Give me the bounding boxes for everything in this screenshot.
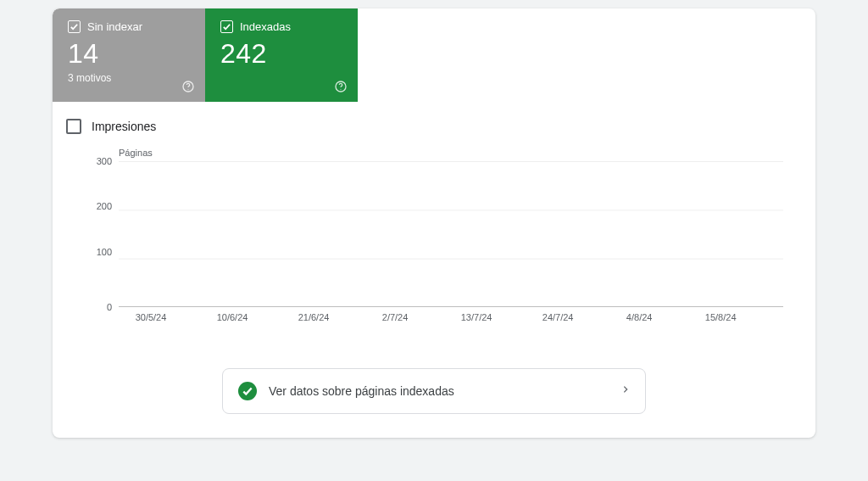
help-icon[interactable] — [181, 80, 195, 93]
help-icon[interactable] — [334, 80, 348, 93]
x-tick: 15/8/24 — [705, 312, 737, 322]
tab-value: 242 — [220, 38, 342, 70]
svg-point-3 — [340, 89, 341, 90]
pages-chart: Páginas 300 200 100 0 30/5/2410/6/2421/6… — [53, 139, 815, 343]
action-label: Ver datos sobre páginas indexadas — [269, 384, 609, 398]
check-circle-icon — [238, 382, 257, 400]
checkbox-checked-icon — [68, 20, 81, 33]
y-tick: 300 — [71, 156, 112, 166]
x-tick: 4/8/24 — [626, 312, 653, 322]
y-tick: 100 — [71, 247, 112, 257]
impressions-label: Impresiones — [92, 120, 156, 133]
status-tabs: Sin indexar 14 3 motivos Indexadas 242 — [53, 8, 815, 102]
tab-sin-indexar[interactable]: Sin indexar 14 3 motivos — [53, 8, 205, 102]
tab-label: Sin indexar — [87, 20, 142, 33]
x-tick: 24/7/24 — [542, 312, 574, 322]
chart-plot-area — [119, 161, 783, 307]
checkbox-checked-icon — [220, 20, 233, 33]
view-indexed-pages-button[interactable]: Ver datos sobre páginas indexadas — [222, 368, 646, 414]
chart-y-axis: 300 200 100 0 — [71, 161, 112, 307]
index-coverage-card: Sin indexar 14 3 motivos Indexadas 242 I… — [53, 8, 815, 438]
x-tick: 2/7/24 — [382, 312, 409, 322]
x-tick: 10/6/24 — [217, 312, 248, 322]
chart-x-axis: 30/5/2410/6/2421/6/242/7/2413/7/2424/7/2… — [119, 312, 783, 326]
tab-subtitle: 3 motivos — [68, 72, 190, 84]
x-tick: 13/7/24 — [461, 312, 492, 322]
chevron-right-icon — [621, 383, 630, 399]
tab-value: 14 — [68, 38, 190, 70]
impressions-checkbox[interactable] — [66, 119, 81, 134]
x-tick: 21/6/24 — [298, 312, 330, 322]
chart-y-axis-title: Páginas — [119, 148, 783, 158]
y-tick: 0 — [71, 302, 112, 312]
impressions-toggle-row: Impresiones — [53, 102, 815, 139]
x-tick: 30/5/24 — [136, 312, 167, 322]
tab-label: Indexadas — [240, 20, 291, 33]
svg-point-1 — [187, 89, 188, 90]
y-tick: 200 — [71, 201, 112, 211]
tab-indexadas[interactable]: Indexadas 242 — [205, 8, 358, 102]
